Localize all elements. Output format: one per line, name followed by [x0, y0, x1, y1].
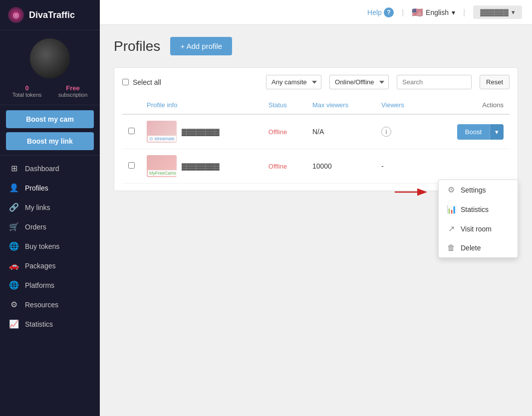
camsite-filter[interactable]: Any camsite — [266, 75, 321, 89]
dropdown-item-visit-room[interactable]: ↗ Visit room — [439, 219, 518, 238]
language-selector[interactable]: 🇺🇸 English ▾ — [412, 7, 455, 18]
dropdown-settings-label: Settings — [461, 186, 486, 194]
sidebar-item-label-resources: Resources — [25, 301, 58, 309]
row1-boost-dropdown-button[interactable]: ▾ — [490, 124, 504, 140]
lang-chevron-icon: ▾ — [452, 8, 455, 16]
row2-max-viewers-val: 10000 — [312, 162, 332, 170]
row2-thumbnail: MyFreeCams — [147, 155, 177, 177]
row2-name: ▓▓▓▓▓▓▓▓ — [182, 163, 220, 170]
orders-icon: 🛒 — [9, 222, 19, 231]
row1-thumbnail: ⊙ streamate — [147, 121, 177, 143]
row1-profile-info: ⊙ streamate ▓▓▓▓▓▓▓▓ — [141, 114, 263, 149]
col-viewers: Viewers — [375, 96, 426, 114]
page-content-area: Profiles + Add profile Select all Any ca… — [100, 25, 532, 416]
add-profile-button[interactable]: + Add profile — [170, 37, 232, 55]
row2-viewers: - — [375, 149, 426, 184]
tokens-value: 0 — [12, 84, 42, 92]
row1-name: ▓▓▓▓▓▓▓▓ — [182, 128, 220, 136]
logo-icon: ◎ — [8, 7, 24, 23]
total-tokens: 0 Total tokens — [12, 84, 42, 98]
select-all-checkbox[interactable] — [122, 79, 129, 85]
row2-status: Offline — [263, 149, 306, 184]
sub-value: Free — [58, 84, 88, 92]
row1-viewers: ℹ — [375, 114, 426, 149]
col-actions: Actions — [426, 96, 510, 114]
row1-status-text: Offline — [268, 128, 287, 136]
sidebar-item-label-links: My links — [25, 204, 50, 211]
row2-viewers-val: - — [381, 162, 384, 170]
platforms-icon: 🌐 — [9, 280, 19, 290]
sidebar-item-label-profiles: Profiles — [25, 184, 48, 192]
row2-checkbox-cell — [122, 149, 141, 184]
col-profile-info: Profile info — [141, 96, 263, 114]
divider-1: | — [402, 8, 404, 17]
sidebar-item-profiles[interactable]: 👤 Profiles — [0, 178, 100, 198]
boost-cam-button[interactable]: Boost my cam — [6, 110, 94, 128]
sidebar-item-platforms[interactable]: 🌐 Platforms — [0, 275, 100, 295]
user-chevron-icon: ▾ — [512, 8, 515, 16]
help-label: Help — [367, 8, 382, 16]
sidebar-item-buy-tokens[interactable]: 🌐 Buy tokens — [0, 236, 100, 256]
help-button[interactable]: Help ? — [367, 7, 394, 17]
dashboard-icon: ⊞ — [9, 164, 19, 173]
select-all-text: Select all — [133, 78, 161, 86]
row1-max-viewers: N/A — [306, 114, 375, 149]
visit-room-icon: ↗ — [447, 224, 456, 233]
row2-max-viewers: 10000 — [306, 149, 375, 184]
sidebar-item-label-platforms: Platforms — [25, 281, 54, 289]
user-menu[interactable]: ▓▓▓▓▓▓ ▾ — [473, 5, 522, 19]
buy-tokens-icon: 🌐 — [9, 241, 19, 251]
settings-icon: ⚙ — [447, 185, 456, 195]
row1-checkbox[interactable] — [128, 128, 135, 134]
page-title: Profiles — [114, 38, 160, 54]
topbar: Help ? | 🇺🇸 English ▾ | ▓▓▓▓▓▓ ▾ — [100, 0, 532, 25]
row1-info-icon[interactable]: ℹ — [381, 127, 391, 137]
table-row: ⊙ streamate ▓▓▓▓▓▓▓▓ Offline N/A — [122, 114, 510, 149]
select-all-label[interactable]: Select all — [122, 78, 161, 86]
row2-status-text: Offline — [268, 163, 287, 170]
search-input[interactable] — [397, 75, 472, 89]
controls-row: Select all Any camsite Online/Offline Re… — [122, 75, 510, 89]
avatar — [30, 38, 70, 78]
row1-max-viewers-val: N/A — [312, 128, 324, 136]
boost-buttons-area: Boost my cam Boost my link — [0, 105, 100, 156]
sidebar-item-packages[interactable]: 🚗 Packages — [0, 256, 100, 275]
row2-actions — [426, 149, 510, 184]
subscription-info: Free subscription — [58, 84, 88, 98]
dropdown-item-settings[interactable]: ⚙ Settings — [439, 180, 518, 200]
row1-boost-button[interactable]: Boost — [457, 124, 490, 140]
profiles-table: Profile info Status Max viewers Viewers … — [122, 96, 510, 184]
dropdown-item-statistics[interactable]: 📊 Statistics — [439, 200, 518, 219]
resources-icon: ⚙ — [9, 300, 19, 309]
avatar-area: 0 Total tokens Free subscription — [0, 30, 100, 105]
reset-button[interactable]: Reset — [480, 75, 510, 89]
sidebar-item-label-packages: Packages — [25, 262, 55, 270]
col-status: Status — [263, 96, 306, 114]
row1-profile-cell: ⊙ streamate ▓▓▓▓▓▓▓▓ — [147, 121, 257, 143]
dropdown-delete-label: Delete — [461, 244, 481, 252]
row1-checkbox-cell — [122, 114, 141, 149]
flag-icon: 🇺🇸 — [412, 7, 423, 18]
row1-status: Offline — [263, 114, 306, 149]
packages-icon: 🚗 — [9, 261, 19, 270]
dropdown-statistics-label: Statistics — [461, 206, 489, 213]
dropdown-item-delete[interactable]: 🗑 Delete — [439, 238, 518, 257]
token-info: 0 Total tokens Free subscription — [0, 82, 100, 100]
table-container: Select all Any camsite Online/Offline Re… — [114, 67, 518, 191]
user-name: ▓▓▓▓▓▓ — [480, 8, 509, 16]
sidebar-item-orders[interactable]: 🛒 Orders — [0, 217, 100, 236]
status-filter[interactable]: Online/Offline — [329, 75, 389, 89]
sidebar-item-dashboard[interactable]: ⊞ Dashboard — [0, 159, 100, 178]
sidebar-item-label-dashboard: Dashboard — [25, 165, 59, 173]
help-icon: ? — [384, 7, 394, 17]
sidebar-item-statistics[interactable]: 📈 Statistics — [0, 314, 100, 334]
sidebar-item-resources[interactable]: ⚙ Resources — [0, 295, 100, 314]
table-header: Profile info Status Max viewers Viewers … — [122, 96, 510, 114]
row1-actions: Boost ▾ — [426, 114, 510, 149]
nav-menu: ⊞ Dashboard 👤 Profiles 🔗 My links 🛒 Orde… — [0, 156, 100, 416]
boost-link-button[interactable]: Boost my link — [6, 132, 94, 150]
col-max-viewers: Max viewers — [306, 96, 375, 114]
dropdown-visit-room-label: Visit room — [461, 225, 492, 233]
row2-checkbox[interactable] — [128, 162, 135, 169]
sidebar-item-my-links[interactable]: 🔗 My links — [0, 198, 100, 217]
